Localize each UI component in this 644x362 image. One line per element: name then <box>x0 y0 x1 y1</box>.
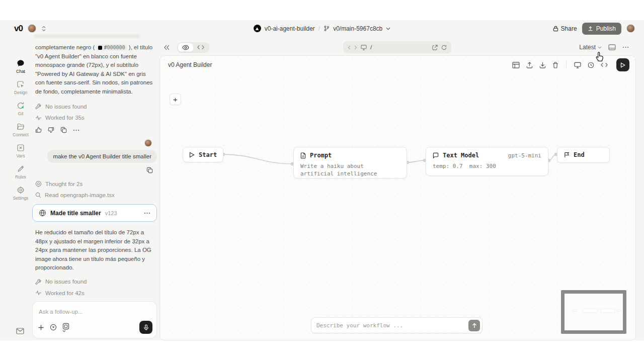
version-card-more-icon[interactable] <box>144 212 150 214</box>
project-name[interactable]: v0-ai-agent-builder <box>265 25 315 32</box>
forward-icon[interactable] <box>354 45 357 50</box>
model-badge: gpt-5-mini <box>508 152 541 159</box>
thought-status[interactable]: Thought for 2s <box>32 180 157 187</box>
sidebar-item-label: Rules <box>15 174 26 179</box>
sidebar-item-connect[interactable]: Connect <box>9 123 32 137</box>
color-code-chip: #000000 <box>96 44 127 51</box>
minimap-node <box>601 309 615 313</box>
code-icon <box>197 45 204 50</box>
sidebar-item-rules[interactable]: Rules <box>9 165 32 179</box>
screenshot-icon[interactable] <box>62 323 69 332</box>
branch-name[interactable]: v0/main-5967c8cb <box>333 25 382 32</box>
design-cursor-icon <box>17 80 25 88</box>
activity-icon <box>35 290 42 296</box>
feedback-mail-icon[interactable] <box>16 328 24 334</box>
plus-icon[interactable] <box>38 324 44 331</box>
run-workflow-button[interactable] <box>616 58 629 71</box>
workflow-canvas[interactable]: + Start Prompt Write a haiku about artif… <box>160 56 635 340</box>
more-options-icon[interactable] <box>73 129 79 131</box>
preview-eye-toggle[interactable] <box>178 43 193 52</box>
preview-url-bar[interactable]: / <box>343 41 451 53</box>
download-icon[interactable] <box>539 62 546 68</box>
status-text: Worked for 42s <box>45 290 85 296</box>
canvas-toolbar <box>512 58 629 71</box>
read-file-status[interactable]: Read opengraph-image.tsx <box>32 192 157 198</box>
sidebar-item-design[interactable]: Design <box>9 80 32 95</box>
status-text: No issues found <box>45 279 87 285</box>
version-selector[interactable]: Latest <box>579 44 602 51</box>
publish-icon <box>588 26 593 31</box>
message-square-icon <box>433 152 439 158</box>
code-view-toggle[interactable] <box>193 43 208 51</box>
sidebar-item-label: Chat <box>16 69 25 74</box>
monitor-icon[interactable] <box>574 62 581 68</box>
share-button[interactable]: Share <box>553 25 577 32</box>
wrench-icon <box>35 103 42 110</box>
canvas-header: v0 Agent Builder <box>160 56 635 74</box>
workflow-send-button[interactable] <box>468 320 480 331</box>
canvas-minimap[interactable] <box>561 290 626 334</box>
globe-icon <box>39 209 46 217</box>
play-icon <box>620 62 625 68</box>
microphone-button[interactable] <box>139 321 152 334</box>
share-label: Share <box>561 25 577 32</box>
version-card[interactable]: Made title smaller v123 <box>32 204 157 222</box>
chevron-down-icon <box>62 330 66 332</box>
node-start[interactable]: Start <box>183 147 223 162</box>
sidebar-item-git[interactable]: Git <box>9 102 32 116</box>
code-icon[interactable] <box>601 62 608 67</box>
node-text-model-title: Text Model gpt-5-mini <box>433 152 541 159</box>
more-options-icon[interactable] <box>622 46 629 48</box>
sidebar-item-label: Connect <box>13 132 29 137</box>
git-branch-icon <box>324 25 330 32</box>
git-sync-icon <box>17 102 25 110</box>
chat-icon <box>17 59 25 67</box>
version-selector-label: Latest <box>579 44 596 51</box>
node-text-model[interactable]: Text Model gpt-5-mini temp: 0.7 max: 300 <box>426 147 548 176</box>
workflow-composer <box>311 317 482 333</box>
node-start-title: Start <box>189 151 217 158</box>
back-icon[interactable] <box>348 45 351 50</box>
design-select-icon[interactable] <box>50 324 57 331</box>
connect-icon <box>17 123 25 131</box>
copy-icon[interactable] <box>146 167 153 173</box>
trash-icon[interactable] <box>552 62 558 68</box>
minimap-node <box>573 310 578 312</box>
preview-toolbar-right: Latest <box>579 44 629 51</box>
open-external-icon[interactable] <box>432 45 438 50</box>
arrow-up-icon <box>472 323 477 328</box>
chevron-down-icon[interactable] <box>386 27 390 30</box>
layout-grid-icon[interactable] <box>512 62 520 68</box>
no-issues-status-2: No issues found <box>32 279 157 285</box>
sidebar-item-settings[interactable]: Settings <box>9 186 32 201</box>
status-text: No issues found <box>45 104 87 110</box>
user-message-row: make the v0 Agent Builder title smaller <box>32 150 157 163</box>
upload-icon[interactable] <box>526 62 533 68</box>
chevron-down-icon <box>598 46 602 49</box>
rules-icon <box>17 165 25 173</box>
publish-button[interactable]: Publish <box>582 23 621 35</box>
add-node-button[interactable]: + <box>170 94 181 105</box>
user-avatar[interactable] <box>626 24 635 33</box>
preview-toolbar: / Latest <box>164 41 636 53</box>
sidebar-item-label: Vars <box>17 153 25 158</box>
history-clock-icon[interactable] <box>588 62 594 68</box>
browser-window-icon[interactable] <box>608 44 616 50</box>
followup-input[interactable] <box>39 309 150 315</box>
node-end[interactable]: End <box>557 147 610 163</box>
sidebar-item-label: Git <box>18 111 24 116</box>
clipped-message-fade <box>34 34 140 38</box>
version-card-title: Made title smaller <box>50 210 101 217</box>
workflow-input[interactable] <box>316 322 468 329</box>
collapse-sidebar-icon[interactable] <box>164 45 170 50</box>
node-prompt[interactable]: Prompt Write a haiku about artificial in… <box>293 147 407 178</box>
publish-label: Publish <box>596 25 616 32</box>
sidebar-item-vars[interactable]: Vars <box>9 144 32 158</box>
url-path[interactable]: / <box>370 44 429 50</box>
thumbs-down-icon[interactable] <box>48 127 54 133</box>
sidebar-item-chat[interactable]: Chat <box>9 59 32 74</box>
thumbs-up-icon[interactable] <box>35 127 42 133</box>
assistant-message-1: completamente negro ( #000000 ), el títu… <box>32 43 157 96</box>
copy-icon[interactable] <box>60 127 67 133</box>
refresh-icon[interactable] <box>441 45 447 50</box>
